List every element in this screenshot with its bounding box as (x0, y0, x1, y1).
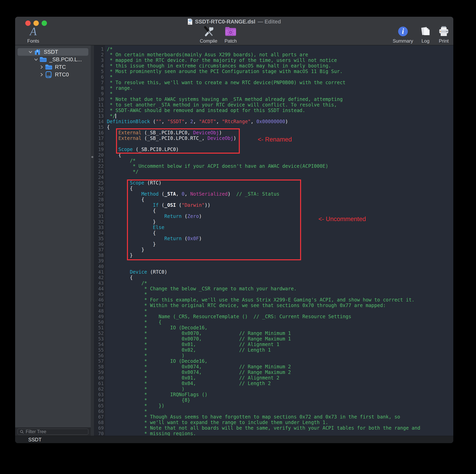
code-line: * Note that due to AWAC systems having a… (107, 97, 453, 102)
patch-folder-icon (224, 25, 237, 38)
code-line: * On certain motherboards(mainly Asus X2… (107, 52, 453, 57)
line-number: 46 (94, 297, 105, 303)
line-number: 44 (94, 286, 105, 291)
code-line: * range. (107, 85, 453, 91)
code-line: */ (107, 113, 453, 119)
code-line: * Name (_CRS, ResourceTemplate () // _CR… (107, 314, 453, 319)
code-line: * { (107, 319, 453, 325)
line-number: 45 (94, 291, 105, 297)
edited-badge: — Edited (258, 19, 281, 25)
code-line: * missing regions. (107, 431, 453, 436)
line-number: 65 (94, 403, 105, 408)
chevron-down-icon[interactable] (28, 50, 33, 54)
chevron-right-icon[interactable] (39, 65, 44, 69)
sidebar: SSDT_SB.PCI0.L...RTCRTC0 (15, 45, 91, 436)
text-cursor (115, 114, 116, 118)
print-button[interactable]: Print (438, 25, 450, 44)
line-number: 22 (94, 163, 105, 169)
line-number: 17 (94, 135, 105, 141)
sidebar-item-rtc0[interactable]: RTC0 (17, 71, 88, 78)
fonts-icon: A (30, 25, 37, 38)
line-number: 57 (94, 358, 105, 364)
line-number: 53 (94, 336, 105, 342)
annotation-box-uncommented (127, 180, 301, 260)
code-line: * IRQNoFlags () (107, 392, 453, 397)
compile-button[interactable]: Compile (200, 25, 217, 44)
maciasl-window: DSL SSDT-RTC0-RANGE.dsl — Edited A Fonts (15, 17, 453, 443)
status-text: SSDT (28, 437, 42, 442)
svg-text:i: i (402, 27, 404, 35)
code-line: * 0x02, // Length 1 (107, 347, 453, 353)
chevron-down-icon[interactable] (34, 57, 38, 62)
line-number: 38 (94, 253, 105, 258)
line-number: 23 (94, 169, 105, 174)
line-number: 27 (94, 191, 105, 197)
line-number: 5 (94, 69, 105, 74)
annotation-uncommented-label: <- Uncommented (318, 216, 366, 223)
annotation-box-renamed (116, 128, 240, 154)
line-number: 55 (94, 347, 105, 353)
line-number: 59 (94, 370, 105, 375)
line-number: 48 (94, 308, 105, 314)
code-line: /* (107, 46, 453, 52)
code-line: DefinitionBlock ("", "SSDT", 2, "ACDT", … (107, 119, 453, 124)
sidebar-item-rtc[interactable]: RTC (17, 63, 88, 71)
line-number: 49 (94, 314, 105, 319)
code-line: * (107, 91, 453, 97)
pane-splitter[interactable] (91, 45, 94, 436)
line-number: 41 (94, 269, 105, 275)
patch-button[interactable]: Patch (224, 25, 237, 44)
line-number: 24 (94, 174, 105, 180)
code-line: * Uncomment below if your ACPI doesn't h… (107, 163, 453, 169)
code-line: * (107, 308, 453, 314)
filter-tree-input[interactable] (26, 429, 86, 434)
line-number: 68 (94, 420, 105, 425)
sidebar-item-label: RTC (55, 64, 66, 70)
filter-tree-field[interactable] (17, 429, 88, 435)
line-number: 64 (94, 397, 105, 403)
line-number: 9 (94, 91, 105, 97)
chevron-right-icon[interactable] (39, 72, 44, 77)
line-number-gutter: 1234567891011121314151617181920212223242… (94, 45, 105, 436)
line-number: 36 (94, 241, 105, 247)
code-line: * Note that not all boards will be the s… (107, 425, 453, 431)
sidebar-item-sb-pci0-l[interactable]: _SB.PCI0.L... (17, 56, 88, 63)
summary-button[interactable]: i Summary (393, 25, 413, 44)
code-line: * 0x0070, // Range Maximum 1 (107, 336, 453, 342)
folder-icon (39, 56, 47, 63)
line-number: 25 (94, 180, 105, 186)
sidebar-tree: SSDT_SB.PCI0.L...RTCRTC0 (15, 45, 91, 78)
sidebar-item-ssdt[interactable]: SSDT (17, 48, 88, 56)
code-line: * Change the below _CSR range to match y… (107, 286, 453, 291)
line-number: 67 (94, 414, 105, 420)
line-number: 32 (94, 219, 105, 225)
center-toolbar: Compile Patch (200, 25, 237, 44)
home-icon (34, 48, 41, 55)
fonts-button[interactable]: A Fonts (22, 25, 44, 44)
line-number: 7 (94, 80, 105, 85)
window-title: SSDT-RTC0-RANGE.dsl (195, 19, 255, 25)
compile-tools-icon (202, 25, 215, 38)
line-number: 43 (94, 280, 105, 286)
line-number: 69 (94, 425, 105, 431)
line-number: 51 (94, 325, 105, 331)
line-number: 54 (94, 342, 105, 347)
code-line: * Most prominently seen around the PCI C… (107, 69, 453, 74)
line-number: 66 (94, 408, 105, 414)
line-number: 62 (94, 386, 105, 392)
line-number: 40 (94, 264, 105, 269)
line-number: 70 (94, 431, 105, 436)
search-icon (20, 430, 24, 434)
line-number: 28 (94, 197, 105, 202)
line-number: 15 (94, 124, 105, 130)
code-line: * this issue though in extreme circumsta… (107, 63, 453, 69)
folder-icon (45, 64, 52, 71)
code-line (107, 174, 453, 180)
line-number: 3 (94, 57, 105, 63)
info-circle-icon: i (397, 25, 408, 38)
log-button[interactable]: Log (420, 25, 431, 44)
sidebar-item-label: SSDT (44, 49, 58, 55)
code-line: * (107, 74, 453, 80)
line-number: 33 (94, 225, 105, 230)
code-line: * To resolve this, we'll want to create … (107, 80, 453, 85)
